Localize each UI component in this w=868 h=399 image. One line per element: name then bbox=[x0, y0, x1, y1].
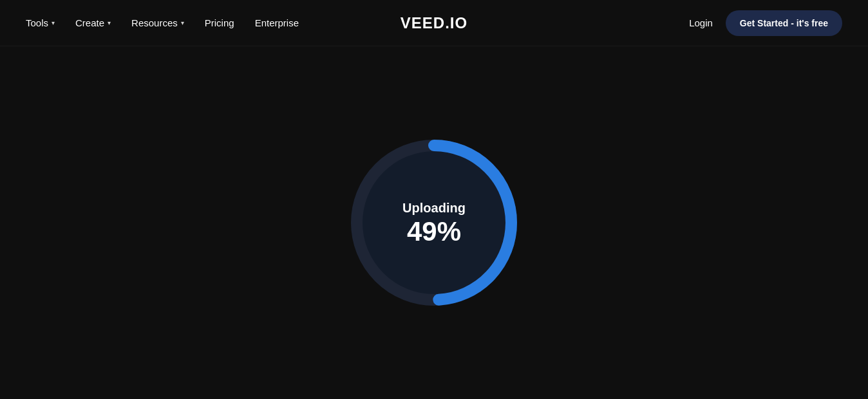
nav-item-create[interactable]: Create ▾ bbox=[75, 17, 111, 28]
nav-tools-label: Tools bbox=[26, 17, 48, 28]
site-logo[interactable]: VEED.IO bbox=[401, 14, 467, 32]
chevron-down-icon: ▾ bbox=[108, 19, 111, 26]
get-started-button[interactable]: Get Started - it's free bbox=[726, 10, 842, 36]
nav-resources-label: Resources bbox=[131, 17, 178, 28]
nav-right: Login Get Started - it's free bbox=[689, 10, 842, 36]
nav-enterprise-label: Enterprise bbox=[255, 17, 299, 28]
navbar: Tools ▾ Create ▾ Resources ▾ Pricing Ent… bbox=[0, 0, 868, 46]
login-button[interactable]: Login bbox=[689, 17, 713, 28]
nav-item-enterprise[interactable]: Enterprise bbox=[255, 17, 299, 28]
nav-item-pricing[interactable]: Pricing bbox=[205, 17, 234, 28]
nav-pricing-label: Pricing bbox=[205, 17, 234, 28]
nav-item-resources[interactable]: Resources ▾ bbox=[131, 17, 184, 28]
upload-progress-container: Uploading 49% bbox=[344, 133, 524, 313]
uploading-label: Uploading bbox=[402, 201, 466, 216]
progress-text: Uploading 49% bbox=[402, 201, 466, 245]
main-content: Uploading 49% bbox=[0, 46, 868, 399]
chevron-down-icon: ▾ bbox=[181, 19, 184, 26]
nav-item-tools[interactable]: Tools ▾ bbox=[26, 17, 55, 28]
chevron-down-icon: ▾ bbox=[52, 19, 55, 26]
uploading-percent: 49% bbox=[402, 218, 466, 245]
nav-left: Tools ▾ Create ▾ Resources ▾ Pricing Ent… bbox=[26, 17, 299, 28]
nav-create-label: Create bbox=[75, 17, 104, 28]
